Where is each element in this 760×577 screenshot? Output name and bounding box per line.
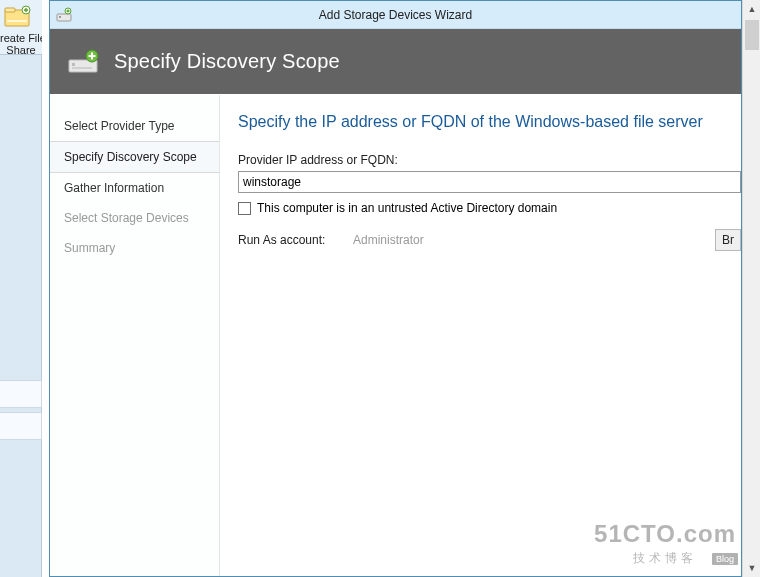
host-step-box-1 <box>0 380 42 408</box>
banner-title: Specify Discovery Scope <box>114 50 340 73</box>
host-vertical-scrollbar[interactable]: ▲ ▼ <box>742 0 760 577</box>
wizard-body: Select Provider Type Specify Discovery S… <box>50 95 741 576</box>
wizard-banner: Specify Discovery Scope <box>50 29 741 94</box>
banner-storage-icon <box>68 48 100 76</box>
nav-summary: Summary <box>50 233 219 263</box>
untrusted-domain-row[interactable]: This computer is in an untrusted Active … <box>238 201 741 215</box>
nav-gather-information[interactable]: Gather Information <box>50 173 219 203</box>
wizard-title-icon <box>56 7 72 23</box>
host-step-box-2 <box>0 412 42 440</box>
nav-select-provider-type[interactable]: Select Provider Type <box>50 111 219 141</box>
nav-specify-discovery-scope[interactable]: Specify Discovery Scope <box>50 141 219 173</box>
wizard-content-pane: Specify the IP address or FQDN of the Wi… <box>220 95 741 576</box>
scroll-down-button[interactable]: ▼ <box>743 559 760 577</box>
run-as-account-row: Run As account: Administrator Br <box>238 229 741 251</box>
untrusted-domain-label: This computer is in an untrusted Active … <box>257 201 557 215</box>
add-storage-devices-wizard-window: Add Storage Devices Wizard Specify Disco… <box>49 0 742 577</box>
page-heading: Specify the IP address or FQDN of the Wi… <box>238 113 741 131</box>
svg-rect-3 <box>7 20 27 22</box>
host-ribbon-label-1: reate File <box>0 32 42 44</box>
create-share-icon <box>4 4 32 28</box>
svg-rect-9 <box>72 67 92 69</box>
scroll-thumb[interactable] <box>745 20 759 50</box>
fqdn-input[interactable] <box>238 171 741 193</box>
host-ribbon: reate File Share <box>0 0 42 55</box>
browse-button[interactable]: Br <box>715 229 741 251</box>
host-ribbon-label-2: Share <box>0 44 42 56</box>
titlebar: Add Storage Devices Wizard <box>50 1 741 29</box>
scroll-up-button[interactable]: ▲ <box>743 0 760 18</box>
run-as-label: Run As account: <box>238 233 333 247</box>
svg-rect-1 <box>5 8 15 12</box>
nav-select-storage-devices: Select Storage Devices <box>50 203 219 233</box>
window-title: Add Storage Devices Wizard <box>80 8 735 22</box>
svg-rect-5 <box>59 16 61 18</box>
wizard-step-nav: Select Provider Type Specify Discovery S… <box>50 95 220 576</box>
host-window-left-strip: reate File Share <box>0 0 42 577</box>
svg-rect-8 <box>72 63 75 66</box>
run-as-value: Administrator <box>353 231 689 249</box>
fqdn-label: Provider IP address or FQDN: <box>238 153 741 167</box>
untrusted-domain-checkbox[interactable] <box>238 202 251 215</box>
